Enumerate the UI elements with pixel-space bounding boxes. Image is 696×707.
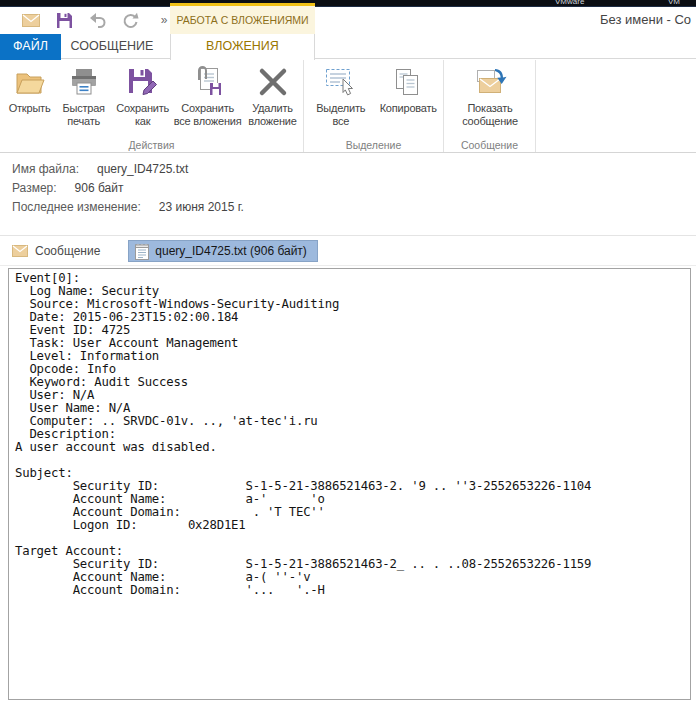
attachment-chip-label: query_ID4725.txt (906 байт) xyxy=(155,244,307,258)
file-name-value: query_ID4725.txt xyxy=(97,162,188,176)
ribbon-group-actions: Открыть Быстрая печать Сохранить как Сох… xyxy=(0,60,304,152)
open-button[interactable]: Открыть xyxy=(4,61,55,137)
tab-attachments[interactable]: ВЛОЖЕНИЯ xyxy=(170,34,315,60)
delete-attachment-button[interactable]: Удалить вложение xyxy=(242,61,303,137)
open-folder-icon xyxy=(14,64,46,100)
button-label: Копировать xyxy=(380,102,437,115)
save-icon[interactable] xyxy=(55,11,73,29)
window-title: Без имени - Со xyxy=(600,12,691,27)
button-label: Выделить все xyxy=(316,102,365,128)
button-label: Удалить вложение xyxy=(248,102,296,128)
vmware-label: VMware xyxy=(555,0,584,6)
copy-icon xyxy=(393,64,423,100)
text-file-icon xyxy=(135,243,149,260)
ribbon-group-label: Действия xyxy=(0,139,303,151)
redo-icon[interactable] xyxy=(121,11,139,29)
file-name-label: Имя файла: xyxy=(12,162,79,176)
vmware-host-bar: VMware VM xyxy=(0,0,696,7)
button-label: Сохранить все вложения xyxy=(174,102,242,128)
message-view-button[interactable]: Сообщение xyxy=(12,244,100,258)
save-as-button[interactable]: Сохранить как xyxy=(112,61,173,137)
attachment-text-content: Event[0]: Log Name: Security Source: Mic… xyxy=(15,272,690,597)
quick-print-icon xyxy=(69,64,99,100)
save-all-attachments-icon xyxy=(191,64,225,100)
mail-icon[interactable] xyxy=(22,11,40,29)
title-bar: » Без имени - Со xyxy=(0,7,696,33)
save-as-icon xyxy=(127,64,159,100)
file-size-row: Размер:906 байт xyxy=(12,181,696,200)
button-label: Открыть xyxy=(9,102,51,115)
delete-attachment-icon xyxy=(258,64,288,100)
select-all-button[interactable]: Выделить все xyxy=(308,61,374,137)
file-info-panel: Имя файла:query_ID4725.txt Размер:906 ба… xyxy=(0,154,696,236)
file-size-value: 906 байт xyxy=(75,181,124,195)
contextual-tab-header: РАБОТА С ВЛОЖЕНИЯМИ xyxy=(170,3,315,34)
tab-file[interactable]: ФАЙЛ xyxy=(0,34,61,60)
quick-access-toolbar: » xyxy=(22,7,172,33)
undo-icon[interactable] xyxy=(88,11,106,29)
show-message-icon xyxy=(473,64,507,100)
button-label: Сохранить как xyxy=(116,102,169,128)
ribbon-tab-row: ФАЙЛ СООБЩЕНИЕ ВЛОЖЕНИЯ xyxy=(0,34,696,59)
copy-button[interactable]: Копировать xyxy=(374,61,443,137)
attachment-chip-selected[interactable]: query_ID4725.txt (906 байт) xyxy=(128,240,318,262)
ribbon-group-selection: Выделить все Копировать Выделение xyxy=(304,60,444,152)
select-all-icon xyxy=(324,64,358,100)
button-label: Быстрая печать xyxy=(62,102,104,128)
attachment-preview-pane[interactable]: Event[0]: Log Name: Security Source: Mic… xyxy=(8,268,691,700)
save-all-attachments-button[interactable]: Сохранить все вложения xyxy=(173,61,242,137)
vmware-label: VM xyxy=(668,0,680,6)
ribbon: Открыть Быстрая печать Сохранить как Сох… xyxy=(0,60,696,153)
tab-message[interactable]: СООБЩЕНИЕ xyxy=(61,34,163,59)
file-name-row: Имя файла:query_ID4725.txt xyxy=(12,162,696,181)
button-label: Показать сообщение xyxy=(462,102,518,128)
show-message-button[interactable]: Показать сообщение xyxy=(448,61,532,137)
file-modified-value: 23 июня 2015 г. xyxy=(159,200,244,214)
ribbon-group-label: Выделение xyxy=(304,139,443,151)
mail-icon xyxy=(12,245,28,257)
ribbon-group-message: Показать сообщение Сообщение xyxy=(444,60,536,152)
outlook-attachment-window: VMware VM » Без имени - Со РАБОТА С ВЛОЖ… xyxy=(0,0,696,707)
file-modified-row: Последнее изменение:23 июня 2015 г. xyxy=(12,200,696,219)
attachment-strip: Сообщение query_ID4725.txt (906 байт) xyxy=(0,237,696,266)
ribbon-group-label: Сообщение xyxy=(444,139,535,151)
message-view-label: Сообщение xyxy=(35,244,100,258)
file-modified-label: Последнее изменение: xyxy=(12,200,141,214)
file-size-label: Размер: xyxy=(12,181,57,195)
quick-print-button[interactable]: Быстрая печать xyxy=(55,61,112,137)
